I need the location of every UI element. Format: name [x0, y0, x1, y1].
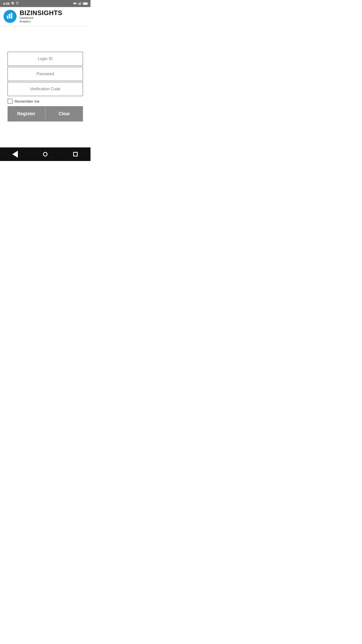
time-display: 4:58	[3, 2, 10, 6]
svg-rect-1	[79, 3, 80, 5]
main-content: Remember me Register Clear	[0, 26, 90, 147]
svg-rect-0	[78, 4, 79, 5]
recent-apps-button[interactable]	[70, 149, 80, 159]
remember-me-label: Remember me	[15, 99, 39, 103]
verification-code-input[interactable]	[8, 82, 83, 96]
recent-apps-icon	[73, 152, 78, 156]
login-form: Remember me Register Clear	[8, 52, 83, 122]
battery-icon	[83, 2, 87, 5]
status-bar: 4:58	[0, 0, 90, 7]
brand-subtitle: Dashboard Analytics	[20, 16, 62, 23]
clear-button[interactable]: Clear	[45, 106, 83, 122]
svg-rect-4	[7, 16, 8, 19]
svg-rect-6	[11, 14, 12, 19]
chart-logo-icon	[6, 12, 14, 20]
remember-me-checkbox[interactable]	[8, 99, 13, 104]
home-button[interactable]	[40, 149, 50, 159]
brand-text: BIZINSIGHTS Dashboard Analytics	[20, 10, 62, 23]
logo-circle	[4, 10, 17, 23]
home-icon	[43, 152, 48, 156]
password-input[interactable]	[8, 67, 83, 81]
clipboard-icon	[16, 2, 19, 6]
app-header: BIZINSIGHTS Dashboard Analytics	[0, 7, 90, 26]
action-buttons: Register Clear	[8, 106, 83, 122]
status-bar-right	[73, 1, 87, 6]
wifi-icon	[73, 1, 77, 6]
bottom-nav-bar	[0, 147, 90, 161]
svg-rect-5	[9, 15, 10, 19]
login-id-input[interactable]	[8, 52, 83, 66]
status-bar-left: 4:58	[3, 2, 19, 6]
back-button[interactable]	[10, 149, 20, 159]
gear-icon	[11, 2, 14, 6]
signal-icon	[78, 1, 82, 6]
remember-me-row: Remember me	[8, 99, 83, 104]
svg-point-7	[11, 13, 12, 14]
back-icon	[12, 151, 18, 158]
svg-rect-3	[81, 2, 81, 5]
register-button[interactable]: Register	[8, 106, 45, 122]
svg-rect-2	[80, 3, 80, 5]
brand-name: BIZINSIGHTS	[20, 10, 62, 16]
